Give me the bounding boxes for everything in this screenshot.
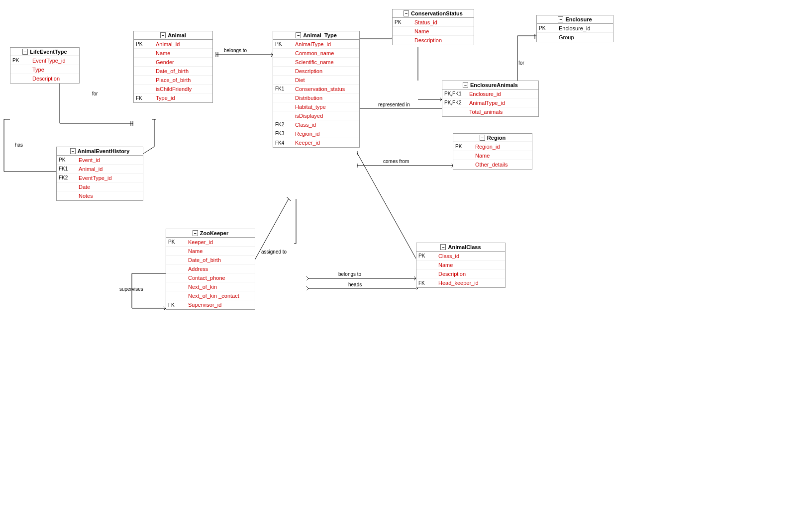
table-row: Group — [537, 33, 613, 42]
field-label: Enclosure_id — [559, 25, 591, 31]
collapse-zooKeeper[interactable]: – — [193, 230, 198, 236]
table-animalEventHistory-header: – AnimalEventHistory — [57, 147, 143, 156]
table-row: Description — [416, 269, 505, 278]
key-label: FK1 — [275, 86, 295, 91]
table-row: FK Type_id — [134, 93, 212, 102]
table-enclosure: – Enclosure PK Enclosure_id Group — [536, 15, 613, 42]
table-animalType-title: Animal_Type — [303, 32, 337, 38]
field-label: Class_id — [438, 253, 459, 259]
svg-line-67 — [357, 153, 416, 259]
table-zooKeeper-header: – ZooKeeper — [166, 229, 255, 238]
field-label: Name — [438, 262, 453, 268]
table-animalClass-title: AnimalClass — [448, 244, 481, 250]
key-label: FK2 — [275, 122, 295, 127]
field-label: Other_details — [475, 162, 508, 168]
svg-line-62 — [306, 286, 308, 288]
table-row: Notes — [57, 191, 143, 200]
field-label: Head_keeper_id — [438, 280, 479, 286]
table-row: isDisplayed — [273, 111, 359, 120]
table-row: Distribution — [273, 93, 359, 102]
field-label: Animal_id — [79, 166, 102, 172]
collapse-animalClass[interactable]: – — [440, 244, 446, 250]
key-label: PK — [275, 41, 295, 47]
table-row: Description — [10, 74, 79, 83]
table-row: Name — [453, 151, 532, 160]
field-label: Notes — [79, 193, 93, 199]
svg-line-65 — [416, 288, 418, 289]
svg-text:belongs to: belongs to — [338, 271, 362, 277]
collapse-animalEventHistory[interactable]: – — [70, 148, 76, 154]
collapse-animalType[interactable]: – — [296, 32, 301, 38]
diagram-container: belongs to has for represented in — [0, 0, 812, 522]
field-label: Group — [559, 34, 574, 40]
field-label: Address — [188, 266, 208, 272]
table-row: PK Animal_id — [134, 40, 212, 49]
collapse-conservationStatus[interactable]: – — [404, 10, 409, 16]
table-row: Date_of_birth — [166, 256, 255, 264]
svg-text:supervises: supervises — [119, 286, 143, 292]
field-label: Date_of_birth — [188, 257, 221, 263]
table-lifeEventType-title: LifeEventType — [30, 49, 67, 55]
field-label: Description — [414, 37, 442, 43]
field-label: Description — [295, 68, 322, 74]
field-label: Keeper_id — [295, 140, 320, 146]
table-row: PK,FK1 Enclosure_id — [442, 89, 538, 98]
collapse-lifeEventType[interactable]: – — [22, 49, 28, 55]
field-label: isChildFriendly — [156, 86, 192, 92]
table-row: Scientific_name — [273, 58, 359, 67]
field-label: Name — [156, 50, 170, 56]
table-row: PK Enclosure_id — [537, 24, 613, 33]
table-row: Name — [134, 49, 212, 58]
table-row: PK Region_id — [453, 142, 532, 151]
table-row: PK EventType_id — [10, 56, 79, 65]
field-label: Type_id — [156, 95, 175, 101]
table-enclosureAnimals-title: EnclosureAnimals — [470, 82, 518, 88]
table-row: FK Head_keeper_id — [416, 278, 505, 287]
table-row: Common_name — [273, 49, 359, 58]
field-label: Scientific_name — [295, 59, 334, 65]
table-row: Habitat_type — [273, 102, 359, 111]
table-region-header: – Region — [453, 134, 532, 142]
table-region-title: Region — [487, 135, 506, 141]
svg-text:assigned to: assigned to — [261, 249, 287, 255]
field-label: Animal_id — [156, 41, 180, 47]
svg-text:belongs to: belongs to — [224, 48, 247, 53]
table-row: FK1 Conservation_status — [273, 85, 359, 93]
table-animalClass-header: – AnimalClass — [416, 243, 505, 252]
svg-line-48 — [287, 197, 291, 201]
table-row: PK Status_id — [393, 18, 474, 27]
table-animalEventHistory-title: AnimalEventHistory — [78, 148, 130, 154]
table-conservationStatus-title: ConservationStatus — [411, 10, 463, 16]
field-label: EventType_id — [32, 58, 66, 64]
svg-line-44 — [253, 199, 289, 263]
table-row: Next_of_kin — [166, 282, 255, 291]
key-label: FK — [418, 280, 438, 286]
svg-line-63 — [306, 288, 308, 290]
field-label: Habitat_type — [295, 104, 326, 110]
field-label: Conservation_status — [295, 86, 345, 92]
collapse-animal[interactable]: – — [160, 32, 166, 38]
collapse-enclosure[interactable]: – — [558, 16, 563, 22]
table-row: Description — [273, 67, 359, 76]
table-row: FK Supervisor_id — [166, 300, 255, 309]
field-label: Name — [475, 153, 490, 159]
collapse-enclosureAnimals[interactable]: – — [463, 82, 468, 88]
table-animal: – Animal PK Animal_id Name Gender Date_o… — [133, 31, 213, 103]
svg-line-57 — [306, 278, 308, 280]
collapse-region[interactable]: – — [480, 135, 485, 141]
table-row: Name — [166, 247, 255, 256]
key-label: PK — [59, 157, 79, 163]
key-label: PK — [539, 25, 559, 31]
field-label: Status_id — [414, 19, 437, 25]
table-conservationStatus-header: – ConservationStatus — [393, 9, 474, 18]
table-row: Description — [393, 36, 474, 45]
svg-text:comes from: comes from — [383, 159, 409, 164]
svg-text:for: for — [92, 91, 98, 96]
table-row: PK Keeper_id — [166, 238, 255, 247]
table-row: FK4 Keeper_id — [273, 138, 359, 147]
table-row: Name — [416, 261, 505, 269]
field-label: AnimalType_id — [295, 41, 331, 47]
field-label: Enclosure_id — [469, 91, 501, 97]
field-label: Name — [414, 28, 429, 34]
table-row: PK,FK2 AnimalType_id — [442, 98, 538, 107]
